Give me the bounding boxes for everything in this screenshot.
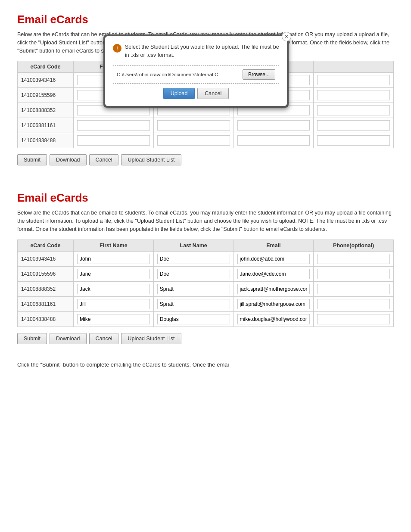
modal-inner: × ! Select the Student List you would li… [105,36,287,106]
col5-input[interactable] [317,120,390,131]
cell-input[interactable] [157,254,230,264]
modal-header: ! Select the Student List you would like… [113,43,279,59]
cell-input[interactable] [77,254,150,264]
col-code-2: eCard Code [18,240,74,251]
cell[interactable] [314,296,394,311]
cell-input[interactable] [237,314,310,324]
col3-cell[interactable] [153,118,234,133]
col5-input[interactable] [317,90,390,100]
ecard-table-2: eCard Code First Name Last Name Email Ph… [17,240,394,327]
cell[interactable] [234,281,314,296]
col-last-2: Last Name [153,240,234,251]
cell-input[interactable] [157,284,230,294]
cell[interactable] [153,251,234,266]
cell[interactable] [74,251,154,266]
cell[interactable] [153,296,234,311]
cell[interactable] [74,311,154,327]
col5-cell[interactable] [314,103,394,118]
ecard-code: 141009155596 [18,88,74,103]
col5-input[interactable] [317,135,390,146]
cell[interactable] [234,251,314,266]
upload-button[interactable]: Upload [163,88,195,99]
cell[interactable] [314,311,394,327]
ecard-code: 141006881161 [18,118,74,133]
cell[interactable] [234,296,314,311]
cell-input[interactable] [157,269,230,279]
first-name-cell[interactable] [74,133,154,148]
cell[interactable] [234,266,314,281]
page-title-2: Email eCards [17,191,394,205]
cell-input[interactable] [317,269,390,279]
col3-input[interactable] [157,120,230,131]
col5-cell[interactable] [314,133,394,148]
button-row-2: Submit Download Cancel Upload Student Li… [17,333,394,344]
col4-cell[interactable] [234,118,314,133]
button-row-1: Submit Download Cancel Upload Student Li… [17,154,394,165]
col5-cell[interactable] [314,88,394,103]
table-row: 141008888352 [18,281,394,296]
cell[interactable] [74,266,154,281]
col4-input[interactable] [237,135,310,146]
download-button-1[interactable]: Download [50,154,87,165]
cell[interactable] [153,311,234,327]
ecard-code: 141006881161 [18,296,74,311]
submit-button-2[interactable]: Submit [17,333,47,344]
col-phone-2: Phone(optional) [314,240,394,251]
submit-button-1[interactable]: Submit [17,154,47,165]
cancel-modal-button[interactable]: Cancel [197,88,229,99]
cell-input[interactable] [77,314,150,324]
col5-cell[interactable] [314,73,394,88]
ecard-code: 141003943416 [18,251,74,266]
cell-input[interactable] [157,314,230,324]
col4-cell[interactable] [234,133,314,148]
col5-input[interactable] [317,105,390,115]
col3-input[interactable] [157,135,230,146]
file-input-row: C:\Users\robin.crawford\Documents\Intern… [113,65,279,84]
col-header-5-1 [314,61,394,73]
col4-input[interactable] [237,120,310,131]
ecard-code: 141004838488 [18,311,74,327]
cell-input[interactable] [77,269,150,279]
section-1: Email eCards Below are the eCards that c… [17,13,394,165]
upload-student-list-button-1[interactable]: Upload Student List [121,154,181,165]
cell-input[interactable] [237,254,310,264]
cell-input[interactable] [157,299,230,309]
cell[interactable] [234,311,314,327]
table-row: 141004838488 [18,133,394,148]
cell-input[interactable] [237,269,310,279]
cell[interactable] [314,281,394,296]
cell[interactable] [74,296,154,311]
col5-cell[interactable] [314,118,394,133]
browse-button[interactable]: Browse... [243,69,275,80]
cell-input[interactable] [77,284,150,294]
first-name-cell[interactable] [74,118,154,133]
ecard-code: 141004838488 [18,133,74,148]
cancel-button-2[interactable]: Cancel [89,333,119,344]
first-name-input[interactable] [77,135,150,146]
first-name-input[interactable] [77,120,150,131]
cell-input[interactable] [317,254,390,264]
cell[interactable] [314,251,394,266]
cancel-button-1[interactable]: Cancel [89,154,119,165]
cell[interactable] [153,266,234,281]
close-button[interactable]: × [282,32,291,41]
file-path-display: C:\Users\robin.crawford\Documents\Intern… [117,72,240,77]
cell-input[interactable] [237,299,310,309]
ecard-code: 141009155596 [18,266,74,281]
warning-icon: ! [113,44,121,53]
modal-box: × ! Select the Student List you would li… [103,34,289,108]
col5-input[interactable] [317,75,390,85]
ecard-code: 141008888352 [18,103,74,118]
cell[interactable] [314,266,394,281]
cell-input[interactable] [317,314,390,324]
cell-input[interactable] [317,284,390,294]
upload-student-list-button-2[interactable]: Upload Student List [121,333,181,344]
upload-modal: × ! Select the Student List you would li… [103,34,289,108]
cell-input[interactable] [317,299,390,309]
cell[interactable] [153,281,234,296]
download-button-2[interactable]: Download [50,333,87,344]
col3-cell[interactable] [153,133,234,148]
cell[interactable] [74,281,154,296]
cell-input[interactable] [77,299,150,309]
cell-input[interactable] [237,284,310,294]
